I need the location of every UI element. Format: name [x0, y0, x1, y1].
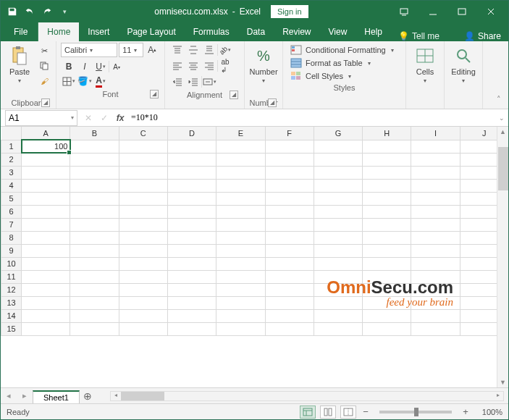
cell[interactable] [167, 257, 216, 270]
cell[interactable] [460, 205, 497, 218]
ribbon-options-button[interactable] [390, 1, 418, 22]
align-middle-button[interactable] [185, 43, 201, 57]
cell[interactable] [363, 205, 411, 218]
scroll-down-button[interactable]: ▼ [500, 377, 506, 387]
cell[interactable] [216, 257, 265, 270]
cell[interactable] [119, 270, 167, 283]
cell[interactable] [460, 270, 497, 283]
row-header[interactable]: 10 [1, 257, 22, 270]
cell[interactable] [265, 218, 314, 231]
tab-formulas[interactable]: Formulas [185, 22, 238, 41]
column-header[interactable]: A [22, 127, 70, 140]
cell[interactable] [119, 244, 167, 257]
cell[interactable] [216, 153, 265, 166]
sheet-nav-prev[interactable]: ◂ [1, 391, 17, 400]
cell[interactable] [363, 296, 411, 309]
cell[interactable] [22, 257, 70, 270]
align-center-button[interactable] [185, 59, 201, 73]
cell[interactable] [460, 283, 497, 296]
cell[interactable] [119, 257, 167, 270]
cell[interactable] [460, 322, 497, 335]
scroll-thumb[interactable] [121, 392, 164, 400]
font-size-combo[interactable]: 11▾ [119, 43, 143, 57]
name-box[interactable]: A1 ▾ [5, 110, 77, 126]
grow-font-button[interactable]: A▴ [145, 43, 160, 57]
cell[interactable] [265, 244, 314, 257]
cell[interactable] [22, 205, 70, 218]
merge-center-button[interactable]: ▾ [201, 75, 217, 89]
orientation-button[interactable]: ab▾ [217, 43, 233, 57]
cell[interactable] [265, 205, 314, 218]
tab-help[interactable]: Help [356, 22, 391, 41]
italic-button[interactable]: I [77, 59, 93, 74]
cell[interactable] [22, 192, 70, 205]
cell[interactable] [22, 218, 70, 231]
cell[interactable] [70, 322, 119, 335]
cell[interactable] [314, 205, 362, 218]
cell[interactable] [363, 322, 411, 335]
cell[interactable] [70, 270, 119, 283]
cell[interactable] [265, 231, 314, 244]
horizontal-scrollbar[interactable]: ◂ ▸ [110, 391, 504, 401]
cell[interactable] [411, 296, 460, 309]
cell[interactable] [70, 218, 119, 231]
align-top-button[interactable] [169, 43, 185, 57]
clipboard-launcher[interactable]: ◢ [41, 98, 50, 107]
cut-button[interactable]: ✂ [37, 44, 51, 57]
cell[interactable] [70, 244, 119, 257]
row-header[interactable]: 4 [1, 179, 22, 192]
cell[interactable] [314, 166, 362, 179]
cell[interactable] [119, 192, 167, 205]
cell[interactable] [167, 231, 216, 244]
font-color-button[interactable]: A▾ [93, 74, 109, 88]
cell[interactable] [265, 153, 314, 166]
cell[interactable] [22, 270, 70, 283]
cell[interactable] [411, 257, 460, 270]
cell[interactable] [411, 218, 460, 231]
fill-color-button[interactable]: 🪣▾ [77, 74, 93, 88]
number-launcher[interactable]: ◢ [268, 98, 277, 107]
tab-insert[interactable]: Insert [79, 22, 118, 41]
normal-view-button[interactable] [300, 406, 316, 419]
cell[interactable] [216, 179, 265, 192]
expand-formula-bar-button[interactable]: ⌄ [495, 114, 508, 122]
cell[interactable] [167, 192, 216, 205]
cell[interactable] [314, 296, 362, 309]
cell[interactable] [314, 309, 362, 322]
editing-button[interactable]: Editing ▾ [449, 43, 478, 84]
cell[interactable] [70, 257, 119, 270]
cell[interactable] [70, 205, 119, 218]
cell[interactable] [460, 140, 497, 153]
cell[interactable] [265, 309, 314, 322]
zoom-in-button[interactable]: + [460, 406, 471, 417]
column-header[interactable]: I [411, 127, 460, 140]
cell[interactable] [70, 153, 119, 166]
cell[interactable] [22, 179, 70, 192]
cell[interactable] [265, 322, 314, 335]
tab-page-layout[interactable]: Page Layout [118, 22, 184, 41]
cell[interactable] [411, 153, 460, 166]
cell[interactable] [314, 283, 362, 296]
cell[interactable] [411, 309, 460, 322]
zoom-out-button[interactable]: − [361, 406, 371, 417]
row-header[interactable]: 8 [1, 231, 22, 244]
cancel-formula-button[interactable]: ✕ [80, 113, 96, 123]
zoom-level[interactable]: 100% [475, 408, 502, 416]
format-as-table-button[interactable]: Format as Table▾ [287, 57, 401, 69]
cell[interactable] [22, 309, 70, 322]
cell[interactable] [22, 166, 70, 179]
undo-button[interactable] [22, 4, 38, 20]
cell[interactable] [411, 192, 460, 205]
cell[interactable] [119, 166, 167, 179]
borders-button[interactable]: ▾ [61, 74, 77, 88]
cell[interactable] [70, 140, 119, 153]
page-layout-view-button[interactable] [320, 406, 336, 419]
cell[interactable] [363, 270, 411, 283]
cell[interactable] [314, 270, 362, 283]
cell[interactable] [216, 205, 265, 218]
row-header[interactable]: 11 [1, 270, 22, 283]
cell[interactable] [22, 322, 70, 335]
insert-function-button[interactable]: fx [112, 113, 128, 123]
cell[interactable] [411, 283, 460, 296]
cell[interactable] [460, 192, 497, 205]
